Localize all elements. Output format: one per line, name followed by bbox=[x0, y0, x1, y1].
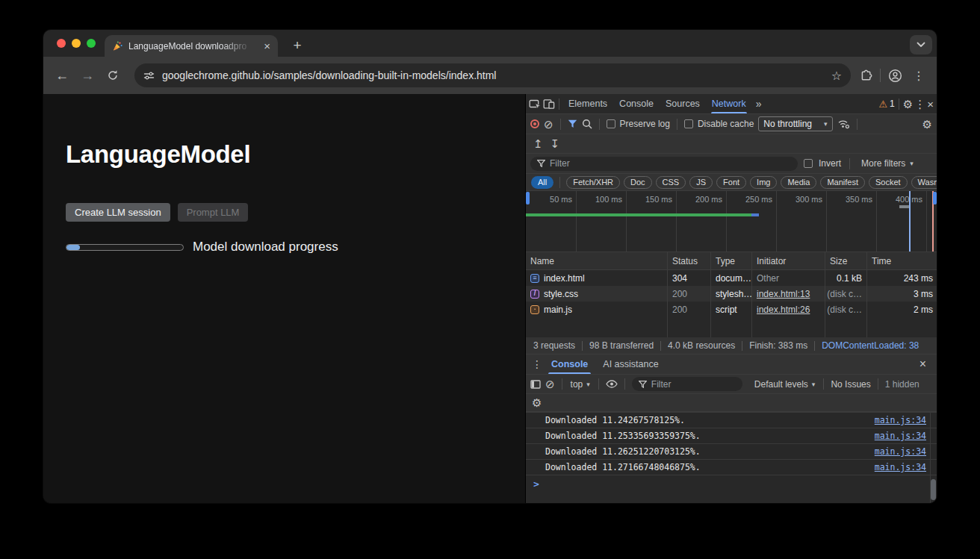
devtools-settings-icon[interactable]: ⚙ bbox=[903, 99, 913, 110]
network-overview-timeline[interactable]: 50 ms 100 ms 150 ms 200 ms 250 ms 300 ms… bbox=[526, 191, 937, 252]
column-time[interactable]: Time bbox=[867, 252, 937, 269]
drawer-close-icon[interactable]: × bbox=[915, 357, 931, 371]
chip-img[interactable]: Img bbox=[750, 176, 777, 189]
table-row[interactable]: ≡index.html 304 docum… Other 0.1 kB 243 … bbox=[526, 270, 937, 286]
console-prompt-area[interactable]: > bbox=[526, 475, 937, 503]
chip-media[interactable]: Media bbox=[781, 176, 816, 189]
live-expression-eye-icon[interactable] bbox=[606, 380, 618, 388]
more-tabs-icon[interactable]: » bbox=[753, 98, 765, 110]
tab-elements[interactable]: Elements bbox=[563, 94, 612, 113]
console-source-link[interactable]: main.js:34 bbox=[875, 446, 926, 457]
devtools-close-icon[interactable]: × bbox=[927, 99, 934, 110]
network-filter-input-wrap bbox=[530, 157, 798, 171]
clear-console-icon[interactable]: ⊘ bbox=[545, 378, 555, 390]
invert-checkbox[interactable] bbox=[804, 159, 813, 168]
tab-search-chevron-button[interactable] bbox=[910, 35, 932, 54]
site-info-icon[interactable] bbox=[143, 71, 155, 81]
chip-js[interactable]: JS bbox=[689, 176, 713, 189]
requests-count: 3 requests bbox=[533, 340, 582, 351]
close-window-button[interactable] bbox=[57, 39, 66, 48]
column-type[interactable]: Type bbox=[711, 252, 752, 269]
network-filter-input[interactable] bbox=[550, 158, 791, 169]
inspect-element-icon[interactable] bbox=[529, 99, 542, 110]
chip-wasm[interactable]: Wasm bbox=[911, 176, 937, 189]
chip-manifest[interactable]: Manifest bbox=[820, 176, 865, 189]
profile-icon[interactable] bbox=[888, 69, 902, 83]
table-row[interactable]: ∙main.js 200 script index.html:26 (disk … bbox=[526, 302, 937, 317]
console-filter-input[interactable] bbox=[651, 379, 736, 390]
zoom-window-button[interactable] bbox=[87, 39, 96, 48]
drawer-tab-console[interactable]: Console bbox=[545, 355, 594, 374]
column-initiator[interactable]: Initiator bbox=[752, 252, 825, 269]
disable-cache-checkbox[interactable] bbox=[684, 119, 693, 128]
browser-tab[interactable]: LanguageModel downloadpro × bbox=[105, 35, 278, 57]
forward-button[interactable]: → bbox=[78, 66, 97, 85]
toolbar-divider bbox=[880, 69, 881, 82]
extensions-puzzle-icon[interactable] bbox=[860, 69, 872, 82]
preserve-log-checkbox[interactable] bbox=[607, 119, 615, 128]
console-source-link[interactable]: main.js:34 bbox=[875, 462, 926, 472]
no-issues-label[interactable]: No Issues bbox=[831, 379, 870, 390]
create-llm-session-button[interactable]: Create LLM session bbox=[66, 203, 170, 222]
drawer-tab-ai-assistance[interactable]: AI assistance bbox=[597, 355, 664, 374]
console-sidebar-icon[interactable] bbox=[530, 380, 541, 389]
drawer-menu-icon[interactable]: ⋮ bbox=[532, 359, 542, 369]
chip-font[interactable]: Font bbox=[716, 176, 746, 189]
new-tab-button[interactable]: + bbox=[288, 37, 306, 54]
request-time: 243 ms bbox=[867, 270, 937, 286]
console-source-link[interactable]: main.js:34 bbox=[875, 431, 926, 441]
record-network-log-button[interactable] bbox=[530, 119, 539, 128]
issues-counter[interactable]: ⚠ 1 bbox=[878, 99, 894, 110]
chip-all[interactable]: All bbox=[531, 176, 553, 189]
empty-cell bbox=[867, 317, 937, 337]
omnibox[interactable]: googlechrome.github.io/samples/downloadi… bbox=[134, 63, 851, 87]
hidden-messages-count[interactable]: 1 hidden bbox=[885, 379, 919, 390]
minimize-window-button[interactable] bbox=[72, 39, 81, 48]
tab-network[interactable]: Network bbox=[707, 94, 751, 113]
devtools-tabbar: Elements Console Sources Network » ⚠ 1 ⚙… bbox=[526, 94, 937, 114]
column-status[interactable]: Status bbox=[668, 252, 711, 269]
browser-window: LanguageModel downloadpro × + ← → google… bbox=[43, 30, 937, 503]
tabbar-divider bbox=[559, 99, 559, 110]
console-source-link[interactable]: main.js:34 bbox=[875, 415, 926, 425]
filter-funnel-icon[interactable] bbox=[568, 119, 577, 128]
export-har-icon[interactable]: ↧ bbox=[551, 137, 560, 151]
request-size: 0.1 kB bbox=[825, 270, 867, 286]
chip-socket[interactable]: Socket bbox=[869, 176, 908, 189]
gridline bbox=[826, 191, 827, 252]
column-size[interactable]: Size bbox=[825, 252, 867, 269]
tab-sources[interactable]: Sources bbox=[660, 94, 705, 113]
devtools-menu-icon[interactable]: ⋮ bbox=[914, 99, 925, 110]
bookmark-star-icon[interactable]: ☆ bbox=[831, 69, 842, 83]
device-toolbar-icon[interactable] bbox=[543, 99, 555, 110]
console-context-select[interactable]: top ▾ bbox=[569, 379, 592, 390]
console-scrollbar-track[interactable] bbox=[930, 412, 937, 503]
log-levels-select[interactable]: Default levels ▾ bbox=[753, 379, 817, 390]
timeline-left-handle[interactable] bbox=[526, 192, 530, 204]
tab-title: LanguageModel downloadpro bbox=[128, 41, 258, 51]
browser-menu-icon[interactable]: ⋮ bbox=[910, 69, 928, 83]
initiator-link[interactable]: index.html:13 bbox=[757, 289, 810, 299]
import-har-icon[interactable]: ↥ bbox=[533, 137, 543, 151]
timeline-right-handle[interactable] bbox=[933, 192, 937, 204]
column-name[interactable]: Name bbox=[526, 252, 668, 269]
network-settings-icon[interactable]: ⚙ bbox=[922, 119, 932, 130]
console-settings-gear-icon[interactable]: ⚙ bbox=[532, 397, 542, 408]
network-conditions-icon[interactable] bbox=[837, 119, 850, 129]
initiator-link[interactable]: index.html:26 bbox=[757, 305, 810, 315]
search-icon[interactable] bbox=[582, 119, 592, 129]
tab-close-icon[interactable]: × bbox=[264, 40, 270, 51]
more-filters-button[interactable]: More filters ▾ bbox=[858, 158, 917, 169]
table-row[interactable]: /style.css 200 stylesh… index.html:13 (d… bbox=[526, 286, 937, 302]
network-summary-bar: 3 requests 98 B transferred 4.0 kB resou… bbox=[526, 337, 937, 355]
clear-network-log-icon[interactable]: ⊘ bbox=[544, 119, 553, 130]
prompt-llm-button[interactable]: Prompt LLM bbox=[178, 203, 249, 222]
reload-button[interactable] bbox=[103, 66, 122, 85]
tab-console[interactable]: Console bbox=[614, 94, 659, 113]
chip-css[interactable]: CSS bbox=[656, 176, 686, 189]
back-button[interactable]: ← bbox=[52, 66, 72, 85]
console-scrollbar-thumb[interactable] bbox=[931, 479, 936, 500]
chip-fetch-xhr[interactable]: Fetch/XHR bbox=[566, 176, 620, 189]
throttling-select[interactable]: No throttling ▾ bbox=[758, 116, 832, 131]
chip-doc[interactable]: Doc bbox=[624, 176, 652, 189]
